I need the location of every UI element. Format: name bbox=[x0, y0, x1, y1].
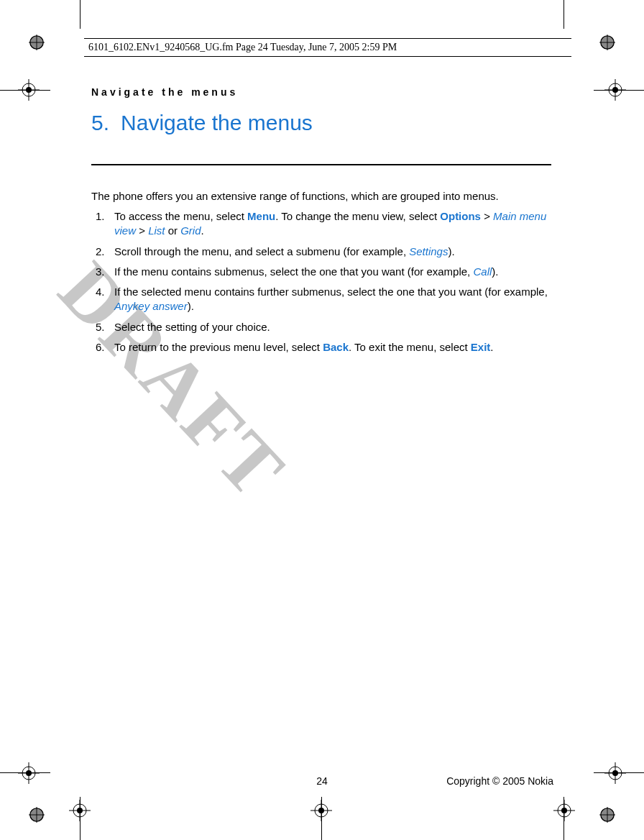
crop-line bbox=[564, 0, 564, 29]
step-1: To access the menu, select Menu. To chan… bbox=[96, 209, 551, 239]
crop-line bbox=[564, 797, 564, 840]
registration-mark-icon bbox=[29, 807, 45, 823]
intro-paragraph: The phone offers you an extensive range … bbox=[91, 190, 551, 202]
registration-mark-icon bbox=[599, 35, 615, 50]
crop-line bbox=[0, 772, 50, 773]
crop-line bbox=[594, 90, 644, 91]
step-6: To return to the previous menu level, se… bbox=[96, 340, 551, 355]
header-text: 6101_6102.ENv1_9240568_UG.fm Page 24 Tue… bbox=[88, 42, 397, 52]
running-head: Navigate the menus bbox=[91, 86, 551, 98]
step-2: Scroll through the menu, and select a su… bbox=[96, 245, 551, 259]
crop-line bbox=[80, 0, 80, 29]
step-3: If the menu contains submenus, select th… bbox=[96, 265, 551, 279]
steps-list: To access the menu, select Menu. To chan… bbox=[91, 209, 551, 355]
keyword-back: Back bbox=[323, 341, 349, 353]
chapter-rule bbox=[91, 164, 551, 165]
page-number: 24 bbox=[316, 775, 328, 787]
crop-line bbox=[80, 797, 80, 840]
keyword-anykey-answer: Anykey answer bbox=[114, 300, 188, 312]
keyword-menu: Menu bbox=[247, 210, 275, 222]
registration-mark-icon bbox=[29, 35, 45, 50]
registration-mark-icon bbox=[599, 807, 615, 823]
crop-line bbox=[321, 797, 322, 840]
keyword-grid: Grid bbox=[180, 224, 201, 237]
chapter-number: 5. bbox=[91, 111, 109, 134]
page-footer: 24 Copyright © 2005 Nokia bbox=[0, 775, 644, 787]
keyword-list: List bbox=[148, 224, 165, 237]
step-5: Select the setting of your choice. bbox=[96, 320, 551, 334]
chapter-title-text: Navigate the menus bbox=[121, 111, 313, 134]
crop-target-icon bbox=[553, 800, 575, 821]
document-header: 6101_6102.ENv1_9240568_UG.fm Page 24 Tue… bbox=[84, 38, 571, 57]
step-4: If the selected menu contains further su… bbox=[96, 285, 551, 314]
page-content: Navigate the menus 5.Navigate the menus … bbox=[91, 86, 551, 360]
keyword-settings: Settings bbox=[409, 245, 448, 257]
keyword-call: Call bbox=[473, 265, 492, 278]
crop-line bbox=[0, 90, 50, 91]
crop-line bbox=[594, 772, 644, 773]
copyright-text: Copyright © 2005 Nokia bbox=[446, 775, 553, 787]
keyword-options: Options bbox=[440, 210, 481, 222]
keyword-exit: Exit bbox=[471, 341, 491, 353]
chapter-title: 5.Navigate the menus bbox=[91, 111, 551, 140]
